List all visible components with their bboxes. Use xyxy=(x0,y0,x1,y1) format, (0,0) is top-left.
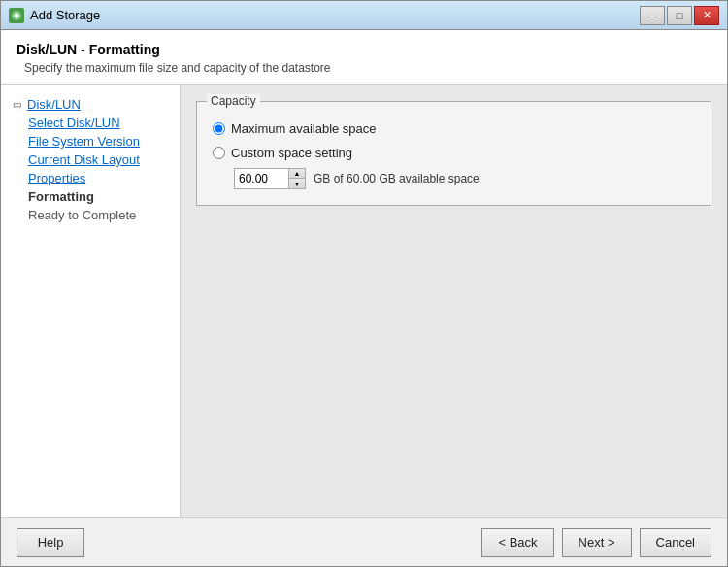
window-title: Add Storage xyxy=(30,8,100,22)
sidebar-item-formatting: Formatting xyxy=(1,187,180,206)
custom-space-label[interactable]: Custom space setting xyxy=(231,146,352,160)
select-disk-link[interactable]: Select Disk/LUN xyxy=(28,116,120,130)
next-button[interactable]: Next > xyxy=(562,528,632,557)
main-window: Add Storage — □ ✕ Disk/LUN - Formatting … xyxy=(0,0,728,567)
page-subtitle: Specify the maximum file size and capaci… xyxy=(24,61,711,75)
custom-space-radio[interactable] xyxy=(213,147,225,159)
disk-lun-link[interactable]: Disk/LUN xyxy=(27,97,81,112)
current-disk-link[interactable]: Current Disk Layout xyxy=(28,152,140,167)
spinbox-buttons: ▲ ▼ xyxy=(288,169,305,188)
titlebar: Add Storage — □ ✕ xyxy=(1,1,727,30)
main-panel: Capacity Maximum available space Custom … xyxy=(181,85,727,517)
properties-link[interactable]: Properties xyxy=(28,171,85,185)
sidebar-item-properties[interactable]: Properties xyxy=(1,169,180,187)
sidebar-item-current-disk[interactable]: Current Disk Layout xyxy=(1,150,180,169)
sidebar-item-select-disk[interactable]: Select Disk/LUN xyxy=(1,114,180,132)
max-space-row: Maximum available space xyxy=(213,121,695,136)
ready-label: Ready to Complete xyxy=(28,208,136,222)
spinbox: ▲ ▼ xyxy=(234,168,306,189)
back-button[interactable]: < Back xyxy=(481,528,553,557)
spinbox-input[interactable] xyxy=(235,170,288,187)
formatting-label: Formatting xyxy=(28,189,94,204)
collapse-icon[interactable]: ▭ xyxy=(13,99,21,110)
footer: Help < Back Next > Cancel xyxy=(1,517,727,566)
maximize-button[interactable]: □ xyxy=(667,6,692,25)
cancel-button[interactable]: Cancel xyxy=(640,528,711,557)
file-system-link[interactable]: File System Version xyxy=(28,134,140,149)
footer-right: < Back Next > Cancel xyxy=(481,528,711,557)
minimize-button[interactable]: — xyxy=(640,6,665,25)
max-space-label[interactable]: Maximum available space xyxy=(231,121,377,136)
sidebar: ▭ Disk/LUN Select Disk/LUN File System V… xyxy=(1,85,181,517)
sidebar-item-ready: Ready to Complete xyxy=(1,206,180,224)
space-label: GB of 60.00 GB available space xyxy=(314,172,480,185)
capacity-group: Capacity Maximum available space Custom … xyxy=(196,101,711,206)
custom-space-row: Custom space setting xyxy=(213,146,695,160)
sidebar-item-file-system[interactable]: File System Version xyxy=(1,132,180,150)
help-button[interactable]: Help xyxy=(17,528,84,557)
titlebar-left: Add Storage xyxy=(9,8,100,23)
capacity-legend: Capacity xyxy=(207,94,260,108)
spinbox-row: ▲ ▼ GB of 60.00 GB available space xyxy=(234,168,695,189)
sidebar-item-disk-lun[interactable]: ▭ Disk/LUN xyxy=(1,95,180,114)
app-icon xyxy=(9,8,24,23)
spinbox-down-button[interactable]: ▼ xyxy=(289,179,305,188)
spinbox-up-button[interactable]: ▲ xyxy=(289,169,305,179)
titlebar-controls: — □ ✕ xyxy=(640,6,719,25)
header-section: Disk/LUN - Formatting Specify the maximu… xyxy=(1,30,727,85)
close-button[interactable]: ✕ xyxy=(694,6,719,25)
footer-left: Help xyxy=(17,528,84,557)
max-space-radio[interactable] xyxy=(213,122,225,135)
content-area: ▭ Disk/LUN Select Disk/LUN File System V… xyxy=(1,85,727,517)
page-title: Disk/LUN - Formatting xyxy=(17,42,711,57)
